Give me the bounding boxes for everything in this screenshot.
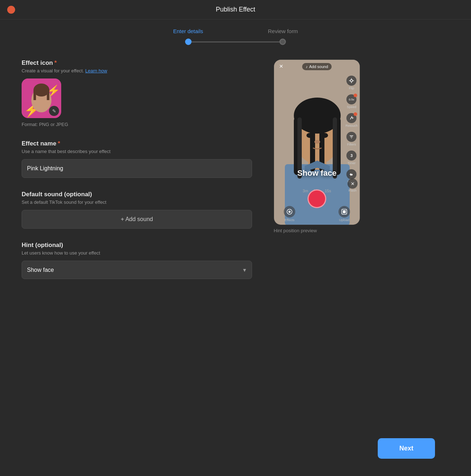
filters-icon: [349, 134, 354, 139]
effects-icon-item[interactable]: Effects: [284, 206, 295, 222]
svg-rect-23: [350, 135, 353, 136]
svg-point-21: [314, 140, 320, 144]
upload-icon: [338, 206, 350, 217]
effect-name-label: Effect name*: [22, 140, 252, 147]
steps-track: [185, 39, 286, 45]
phone-bottom-bar: [274, 189, 360, 208]
music-note-icon: ♪: [306, 64, 308, 69]
effect-icon-block: Effect icon* Create a visual for your ef…: [22, 59, 252, 127]
phone-top-bar: ✕ ♪ Add sound: [274, 60, 360, 73]
step1-dot: [185, 39, 192, 45]
step1-label[interactable]: Enter details: [173, 28, 203, 34]
svg-point-22: [350, 80, 353, 82]
upload-icon-item[interactable]: Upload: [338, 206, 350, 222]
hint-select-wrapper: Show face Show hands Turn around Look up…: [22, 261, 252, 279]
record-button[interactable]: [308, 189, 326, 208]
svg-rect-18: [319, 107, 324, 171]
side-icon-flip[interactable]: Flip: [346, 76, 356, 90]
effect-icon-image[interactable]: ⚡ ⚡ ✎: [22, 78, 61, 118]
hint-description: Let users know how to use your effect: [22, 250, 252, 256]
svg-point-20: [321, 133, 328, 138]
preview-section: ✕ ♪ Add sound Flip: [274, 59, 367, 292]
hint-position-preview-text: Hint position preview: [274, 228, 367, 233]
steps-container: Enter details Review form: [0, 19, 471, 51]
svg-point-19: [306, 133, 314, 138]
side-icon-filters[interactable]: Filters: [346, 132, 356, 146]
svg-point-27: [288, 211, 291, 213]
header: Publish Effect: [0, 0, 471, 19]
close-button[interactable]: [7, 6, 15, 14]
speed-badge: [354, 94, 357, 97]
page-title: Publish Effect: [216, 6, 255, 13]
flip-icon: [349, 78, 354, 83]
format-text: Format: PNG or JPEG: [22, 122, 252, 127]
effect-name-block: Effect name* Use a name that best descri…: [22, 140, 252, 178]
step2-label[interactable]: Review form: [268, 28, 298, 34]
effect-icon-edit-button[interactable]: ✎: [49, 106, 59, 116]
default-sound-label: Default sound (optional): [22, 191, 252, 198]
flash-icon[interactable]: ✕: [347, 179, 358, 189]
steps-labels: Enter details Review form: [173, 28, 298, 34]
side-icon-retouch[interactable]: Retouch: [345, 113, 358, 127]
main-content: Effect icon* Create a visual for your ef…: [0, 51, 471, 301]
phone-mockup: ✕ ♪ Add sound Flip: [274, 59, 360, 225]
svg-rect-25: [351, 138, 352, 139]
svg-rect-7: [47, 89, 49, 100]
svg-rect-17: [310, 107, 315, 171]
next-btn-container: Next: [378, 438, 435, 459]
effect-name-input[interactable]: [22, 159, 252, 178]
phone-side-icons: Flip 0.5x Speed Retou: [345, 76, 358, 184]
svg-rect-24: [350, 137, 353, 138]
hint-select[interactable]: Show face Show hands Turn around Look up…: [22, 261, 252, 279]
svg-rect-29: [343, 210, 346, 213]
retouch-icon: [349, 116, 354, 121]
hint-block: Hint (optional) Let users know how to us…: [22, 242, 252, 279]
next-button[interactable]: Next: [378, 438, 435, 459]
effect-icon-wrapper: ⚡ ⚡ ✎: [22, 78, 61, 118]
reply-icon: [349, 172, 354, 177]
effect-name-description: Use a name that best describes your effe…: [22, 149, 252, 154]
side-icon-timer[interactable]: 3 Timer: [346, 151, 356, 165]
svg-rect-6: [33, 89, 36, 100]
phone-bottom-icons: Effects Upload: [274, 206, 360, 222]
step-line: [192, 41, 279, 42]
default-sound-block: Default sound (optional) Set a default T…: [22, 191, 252, 229]
add-sound-pill[interactable]: ♪ Add sound: [302, 63, 332, 70]
add-sound-button[interactable]: + Add sound: [22, 210, 252, 229]
effects-icon: [284, 206, 295, 217]
effect-icon-label: Effect icon*: [22, 59, 252, 67]
learn-how-link[interactable]: Learn how: [85, 68, 107, 73]
form-section: Effect icon* Create a visual for your ef…: [22, 59, 252, 292]
required-star: *: [54, 59, 57, 66]
retouch-badge: [354, 112, 357, 116]
effect-icon-description: Create a visual for your effect. Learn h…: [22, 68, 252, 73]
step2-dot: [279, 39, 286, 45]
show-face-text: Show face: [297, 169, 337, 178]
phone-close-icon: ✕: [278, 63, 285, 70]
hint-label: Hint (optional): [22, 242, 252, 249]
side-icon-speed[interactable]: 0.5x Speed: [346, 94, 356, 109]
default-sound-description: Set a default TikTok sound for your effe…: [22, 199, 252, 205]
